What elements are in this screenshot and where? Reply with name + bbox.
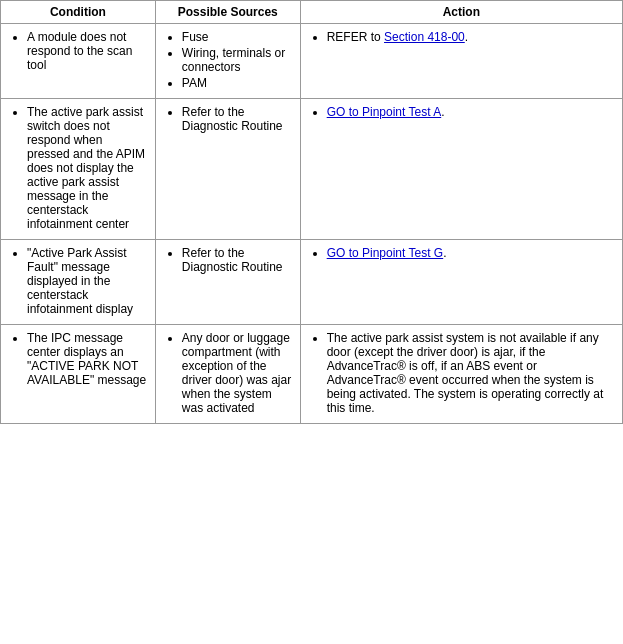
sources-cell: Refer to the Diagnostic Routine bbox=[155, 99, 300, 240]
action-item: The active park assist system is not ava… bbox=[327, 331, 614, 415]
action-link[interactable]: GO to Pinpoint Test G bbox=[327, 246, 444, 260]
condition-item: The active park assist switch does not r… bbox=[27, 105, 147, 231]
action-link[interactable]: Section 418-00 bbox=[384, 30, 465, 44]
source-item: Any door or luggage compartment (with ex… bbox=[182, 331, 292, 415]
source-item: Refer to the Diagnostic Routine bbox=[182, 105, 292, 133]
sources-cell: Any door or luggage compartment (with ex… bbox=[155, 325, 300, 424]
header-condition: Condition bbox=[1, 1, 156, 24]
source-item: PAM bbox=[182, 76, 292, 90]
action-cell: The active park assist system is not ava… bbox=[300, 325, 622, 424]
action-cell: REFER to Section 418-00. bbox=[300, 24, 622, 99]
condition-item: A module does not respond to the scan to… bbox=[27, 30, 147, 72]
action-item: GO to Pinpoint Test G. bbox=[327, 246, 614, 260]
action-item: GO to Pinpoint Test A. bbox=[327, 105, 614, 119]
condition-item: The IPC message center displays an "ACTI… bbox=[27, 331, 147, 387]
condition-cell: A module does not respond to the scan to… bbox=[1, 24, 156, 99]
action-link[interactable]: GO to Pinpoint Test A bbox=[327, 105, 442, 119]
condition-item: "Active Park Assist Fault" message displ… bbox=[27, 246, 147, 316]
condition-cell: "Active Park Assist Fault" message displ… bbox=[1, 240, 156, 325]
action-cell: GO to Pinpoint Test A. bbox=[300, 99, 622, 240]
action-item: REFER to Section 418-00. bbox=[327, 30, 614, 44]
source-item: Refer to the Diagnostic Routine bbox=[182, 246, 292, 274]
header-action: Action bbox=[300, 1, 622, 24]
condition-cell: The IPC message center displays an "ACTI… bbox=[1, 325, 156, 424]
action-cell: GO to Pinpoint Test G. bbox=[300, 240, 622, 325]
condition-cell: The active park assist switch does not r… bbox=[1, 99, 156, 240]
sources-cell: FuseWiring, terminals or connectorsPAM bbox=[155, 24, 300, 99]
sources-cell: Refer to the Diagnostic Routine bbox=[155, 240, 300, 325]
header-sources: Possible Sources bbox=[155, 1, 300, 24]
source-item: Wiring, terminals or connectors bbox=[182, 46, 292, 74]
source-item: Fuse bbox=[182, 30, 292, 44]
